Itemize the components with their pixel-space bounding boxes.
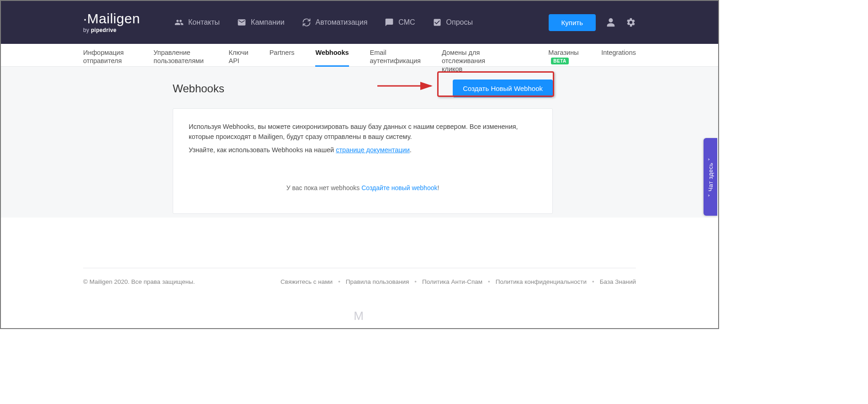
tab-stores-label: Магазины (548, 49, 578, 56)
tab-stores[interactable]: Магазины BETA (548, 44, 580, 67)
account-icon[interactable] (606, 17, 616, 27)
nav-sms[interactable]: СМС (385, 18, 415, 27)
footer: © Mailigen 2020. Все права защищены. Свя… (83, 268, 636, 295)
nav-contacts-label: Контакты (188, 18, 220, 27)
main-content: Webhooks Создать Новый Webhook (1, 67, 718, 218)
top-bar: .Mailigen by pipedrive Контакты Кампании (1, 1, 718, 44)
page-header: Webhooks Создать Новый Webhook (173, 80, 553, 97)
create-webhook-link[interactable]: Создайте новый webhook (361, 184, 437, 191)
settings-icon[interactable] (626, 17, 636, 27)
footer-region: © Mailigen 2020. Все права защищены. Свя… (1, 268, 718, 323)
nav-automation[interactable]: Автоматизация (302, 18, 368, 27)
nav-campaigns-label: Кампании (251, 18, 285, 27)
footer-link-terms[interactable]: Правила пользования (346, 278, 409, 285)
mail-icon (237, 18, 246, 27)
description-text-1: Используя Webhooks, вы можете синхронизи… (189, 122, 537, 142)
top-nav: Контакты Кампании Автоматизация (175, 18, 549, 27)
tab-tracking-domains[interactable]: Домены для отслеживания кликов (442, 44, 506, 67)
nav-contacts[interactable]: Контакты (175, 18, 220, 27)
logo-subtext: by pipedrive (83, 27, 143, 33)
survey-icon (433, 18, 442, 27)
nav-automation-label: Автоматизация (316, 18, 368, 27)
docs-link[interactable]: странице документации (336, 146, 410, 154)
footer-link-privacy[interactable]: Политика конфиденциальности (496, 278, 587, 285)
logo[interactable]: .Mailigen by pipedrive (83, 12, 143, 33)
footer-link-antispam[interactable]: Политика Анти-Спам (422, 278, 482, 285)
logo-text: .Mailigen (83, 12, 143, 26)
arrow-icon (377, 81, 437, 90)
chat-tab[interactable]: ˅ Чат здесь ˅ (704, 138, 717, 216)
tab-integrations[interactable]: Integrations (601, 44, 636, 67)
page-title: Webhooks (173, 82, 224, 95)
footer-copyright: © Mailigen 2020. Все права защищены. (83, 278, 195, 285)
sub-nav: Информация отправителя Управление пользо… (1, 44, 718, 67)
contacts-icon (175, 18, 184, 27)
footer-logo-icon: M (83, 295, 636, 323)
top-actions: Купить (549, 14, 636, 31)
buy-button[interactable]: Купить (549, 14, 596, 31)
footer-links: Свяжитесь с нами• Правила пользования• П… (281, 278, 636, 285)
tab-partners[interactable]: Partners (270, 44, 295, 67)
tab-user-management[interactable]: Управление пользователями (153, 44, 208, 67)
chat-tab-label: ˅ Чат здесь ˅ (707, 157, 714, 197)
beta-badge: BETA (551, 58, 568, 64)
description-text-2: Узнайте, как использовать Webhooks на на… (189, 145, 537, 155)
tab-email-auth[interactable]: Email аутентификация (370, 44, 421, 67)
empty-state: У вас пока нет webhooks Создайте новый w… (189, 158, 537, 203)
nav-sms-label: СМС (398, 18, 415, 27)
info-card: Используя Webhooks, вы можете синхронизи… (173, 108, 553, 214)
nav-surveys[interactable]: Опросы (433, 18, 473, 27)
create-webhook-button[interactable]: Создать Новый Webhook (453, 80, 553, 97)
tab-webhooks[interactable]: Webhooks (315, 44, 349, 67)
automation-icon (302, 18, 311, 27)
tab-sender-info[interactable]: Информация отправителя (83, 44, 132, 67)
footer-link-contact[interactable]: Свяжитесь с нами (281, 278, 333, 285)
sms-icon (385, 18, 394, 27)
footer-link-kb[interactable]: База Знаний (600, 278, 636, 285)
nav-surveys-label: Опросы (446, 18, 473, 27)
nav-campaigns[interactable]: Кампании (237, 18, 285, 27)
tab-api-keys[interactable]: Ключи API (229, 44, 249, 67)
